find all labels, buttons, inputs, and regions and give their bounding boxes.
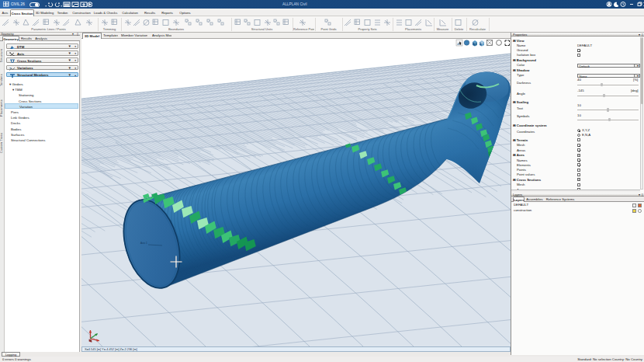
svg-text:Axis 1: Axis 1 xyxy=(140,242,147,245)
